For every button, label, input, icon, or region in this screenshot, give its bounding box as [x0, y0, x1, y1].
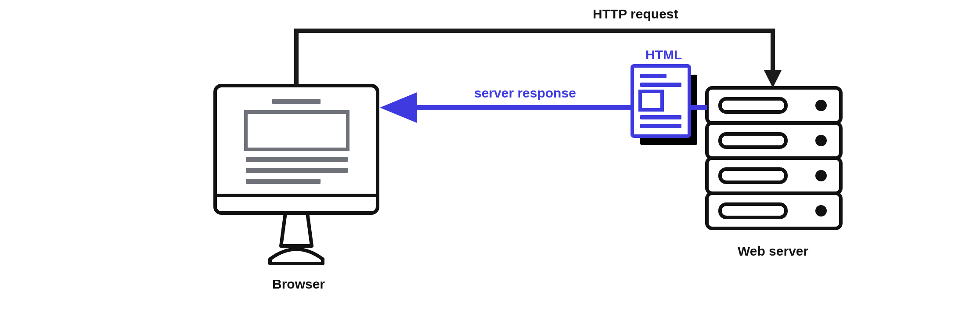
svg-point-12: [815, 135, 827, 146]
svg-point-15: [815, 170, 827, 181]
browser-node: [215, 86, 378, 264]
svg-rect-17: [720, 204, 786, 217]
diagram-canvas: [0, 0, 980, 325]
html-document-label: HTML: [645, 47, 682, 62]
svg-rect-4: [246, 157, 348, 162]
server-response-label: server response: [474, 86, 576, 101]
svg-rect-8: [720, 99, 786, 112]
web-server-node: [707, 88, 841, 228]
http-request-arrow: [296, 31, 782, 88]
html-document-node: [632, 66, 697, 145]
svg-rect-2: [272, 99, 321, 104]
svg-marker-29: [380, 92, 417, 123]
browser-caption: Browser: [272, 277, 325, 292]
http-request-label: HTTP request: [593, 7, 678, 22]
web-server-caption: Web server: [738, 244, 808, 259]
svg-rect-5: [246, 168, 348, 173]
svg-rect-6: [246, 179, 321, 184]
svg-marker-26: [764, 70, 782, 88]
svg-rect-14: [720, 169, 786, 182]
http-request-response-diagram: HTTP request server response HTML Browse…: [0, 0, 980, 325]
svg-rect-22: [640, 83, 681, 87]
svg-rect-24: [640, 115, 681, 119]
svg-rect-21: [640, 74, 667, 78]
svg-point-18: [815, 205, 827, 217]
svg-rect-11: [720, 134, 786, 147]
svg-point-9: [815, 100, 827, 111]
svg-rect-25: [640, 124, 681, 128]
